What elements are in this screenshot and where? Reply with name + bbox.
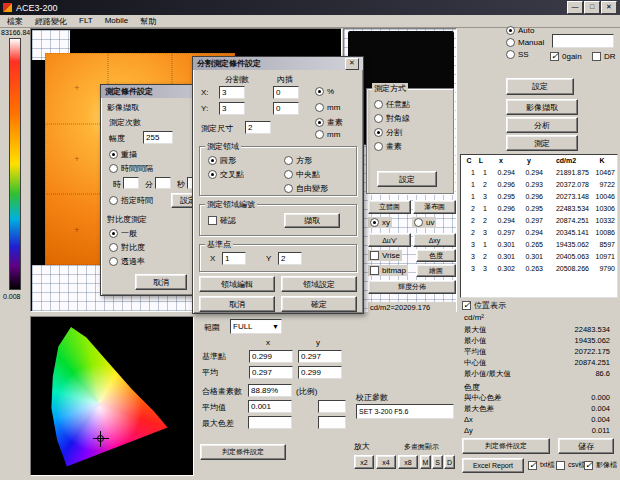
position-display-checkbox[interactable]: 位置表示 bbox=[462, 300, 506, 311]
close-button[interactable]: ✕ bbox=[601, 1, 617, 14]
dialog-title-bar[interactable]: 分割測定條件設定 ✕ bbox=[193, 57, 363, 70]
chroma-button[interactable]: 色度 bbox=[416, 249, 456, 262]
circle-radio[interactable]: 圓形 bbox=[208, 155, 236, 166]
width-field[interactable]: 255 bbox=[143, 131, 173, 144]
base-x-field[interactable]: 1 bbox=[222, 252, 246, 265]
center-point-radio[interactable]: 中央點 bbox=[284, 169, 320, 180]
cross-point-radio[interactable]: 交叉點 bbox=[208, 169, 244, 180]
cie-horseshoe bbox=[43, 321, 183, 471]
analyze-button[interactable]: 分析 bbox=[506, 117, 578, 133]
delta-xy-button[interactable]: Δxy bbox=[413, 233, 456, 247]
x-interpolation-field[interactable]: 0 bbox=[273, 86, 299, 99]
split-measure-dialog: 分割測定條件設定 ✕ 分割數 內插 X: 3 0 % Y: 3 0 mm 測定尺… bbox=[192, 56, 364, 314]
csv-export-checkbox[interactable]: csv檔 bbox=[556, 460, 586, 470]
solid-view-button[interactable]: 立體圖 bbox=[368, 200, 411, 214]
zoom-button[interactable]: x8 bbox=[398, 455, 418, 469]
image-export-checkbox[interactable]: 影像檔 bbox=[584, 460, 617, 470]
shutter-value-field[interactable] bbox=[552, 34, 614, 48]
repeat-radio[interactable]: 重攝 bbox=[109, 149, 137, 160]
dialog-close-icon[interactable]: ✕ bbox=[345, 58, 359, 70]
y-division-field[interactable]: 3 bbox=[219, 102, 245, 115]
table-row[interactable]: 3 3 0.302 0.263 20508.266 9790 bbox=[463, 263, 615, 275]
bitmap-checkbox[interactable]: bitmap bbox=[368, 265, 408, 276]
mode-set-button[interactable]: 設定 bbox=[377, 171, 437, 187]
y-interpolation-field[interactable]: 0 bbox=[273, 102, 299, 115]
menu-item[interactable]: 檔案 bbox=[7, 16, 23, 26]
interval-radio[interactable]: 時間間隔 bbox=[109, 163, 153, 174]
capture-set-button[interactable]: 設定 bbox=[506, 78, 574, 95]
hour-field[interactable] bbox=[123, 177, 139, 189]
chroma-judge-button[interactable]: 判定條件設定 bbox=[200, 444, 286, 460]
menu-item[interactable]: FLT bbox=[79, 16, 93, 26]
menu-item[interactable]: 經路變化 bbox=[35, 16, 67, 26]
minute-field[interactable] bbox=[155, 177, 171, 189]
multi-screen-button[interactable]: D bbox=[444, 455, 455, 469]
free-form-radio[interactable]: 自由變形 bbox=[284, 183, 328, 194]
txt-export-checkbox[interactable]: txt檔 bbox=[528, 460, 554, 470]
x-division-field[interactable]: 3 bbox=[219, 86, 245, 99]
table-row[interactable]: 1 1 0.294 0.294 21891.875 10467 bbox=[463, 167, 615, 179]
dr-checkbox[interactable]: DR bbox=[592, 52, 616, 61]
set-time-radio[interactable]: 指定時間 bbox=[109, 195, 153, 206]
menu-item[interactable]: Mobile bbox=[105, 16, 129, 26]
ok-button[interactable]: 確定 bbox=[281, 296, 357, 312]
transmittance-radio[interactable]: 透過率 bbox=[109, 256, 145, 267]
waterfall-view-button[interactable]: 瀑布圖 bbox=[413, 200, 456, 214]
mm-unit-radio[interactable]: mm bbox=[315, 130, 340, 139]
luminance-distribution-button[interactable]: 輝度分佈 bbox=[368, 280, 456, 294]
grab-button[interactable]: 擷取 bbox=[284, 213, 340, 228]
vrise-checkbox[interactable]: Vrise bbox=[368, 250, 402, 261]
table-row[interactable]: 1 2 0.296 0.293 20372.078 9722 bbox=[463, 179, 615, 191]
manual-radio[interactable]: Manual bbox=[506, 38, 544, 47]
ss-radio[interactable]: SS bbox=[506, 50, 529, 59]
range-select[interactable]: FULL ▼ bbox=[230, 319, 282, 334]
table-row[interactable]: 3 2 0.301 0.301 20405.063 10971 bbox=[463, 251, 615, 263]
percent-radio[interactable]: % bbox=[315, 87, 334, 96]
image-capture-button[interactable]: 影像擷取 bbox=[506, 99, 578, 115]
minimize-button[interactable]: — bbox=[567, 1, 583, 14]
hour-label: 時 bbox=[113, 179, 121, 190]
confirm-checkbox[interactable]: 確認 bbox=[208, 215, 236, 226]
judge-condition-button[interactable]: 判定條件設定 bbox=[462, 438, 550, 454]
mm-radio[interactable]: mm bbox=[315, 103, 340, 112]
measure-button[interactable]: 測定 bbox=[506, 135, 578, 151]
xy-radio[interactable]: xy bbox=[368, 217, 392, 228]
region-set-button[interactable]: 領域設定 bbox=[281, 276, 357, 292]
maximize-button[interactable]: □ bbox=[584, 1, 600, 14]
table-row[interactable]: 2 1 0.296 0.295 22483.534 10306 bbox=[463, 203, 615, 215]
zoom-button[interactable]: x2 bbox=[354, 455, 374, 469]
table-row[interactable]: 1 3 0.295 0.296 20273.148 10046 bbox=[463, 191, 615, 203]
draw-button[interactable]: 繪圖 bbox=[416, 264, 456, 277]
table-row[interactable]: 2 2 0.294 0.297 20874.251 10332 bbox=[463, 215, 615, 227]
auto-radio[interactable]: Auto bbox=[506, 26, 534, 35]
region-edit-button[interactable]: 領域編輯 bbox=[199, 276, 275, 292]
multi-screen-label: 多畫面顯示 bbox=[404, 442, 439, 452]
calibration-label: 校正參數 bbox=[356, 392, 388, 403]
menu-item[interactable]: 幫助 bbox=[140, 16, 156, 26]
delta-uv-button[interactable]: Δu'v' bbox=[368, 233, 411, 247]
stat-row: 中心值20874.251 bbox=[460, 357, 614, 368]
mode-pixel-radio[interactable]: 畫素 bbox=[374, 141, 402, 152]
zoom-button[interactable]: x4 bbox=[376, 455, 396, 469]
max-color-diff-value bbox=[248, 416, 292, 429]
save-button[interactable]: 儲存 bbox=[558, 438, 614, 454]
results-table[interactable]: C L x y cd/m2 K 1 1 0.294 0.294 21891.87… bbox=[460, 154, 618, 298]
pixel-unit-radio[interactable]: 畫素 bbox=[315, 117, 343, 128]
cancel-button[interactable]: 取消 bbox=[199, 296, 275, 312]
mode-arbitrary-radio[interactable]: 任意點 bbox=[374, 99, 410, 110]
measure-size-field[interactable]: 2 bbox=[245, 121, 271, 134]
mode-diagonal-radio[interactable]: 對角線 bbox=[374, 113, 410, 124]
zero-gain-checkbox[interactable]: 0gain bbox=[550, 52, 582, 61]
cancel-button[interactable]: 取消 bbox=[135, 274, 187, 290]
multi-screen-button[interactable]: S bbox=[432, 455, 443, 469]
mode-split-radio[interactable]: 分割 bbox=[374, 127, 402, 138]
excel-report-button[interactable]: Excel Report bbox=[462, 458, 524, 473]
normal-radio[interactable]: 一般 bbox=[109, 228, 137, 239]
table-row[interactable]: 3 1 0.301 0.265 19435.062 8597 bbox=[463, 239, 615, 251]
uv-radio[interactable]: uv bbox=[412, 217, 436, 228]
multi-screen-button[interactable]: M bbox=[420, 455, 431, 469]
contrast-radio[interactable]: 對比度 bbox=[109, 242, 145, 253]
rect-radio[interactable]: 方形 bbox=[284, 155, 312, 166]
table-row[interactable]: 2 3 0.297 0.294 20345.141 10086 bbox=[463, 227, 615, 239]
base-y-field[interactable]: 2 bbox=[278, 252, 302, 265]
